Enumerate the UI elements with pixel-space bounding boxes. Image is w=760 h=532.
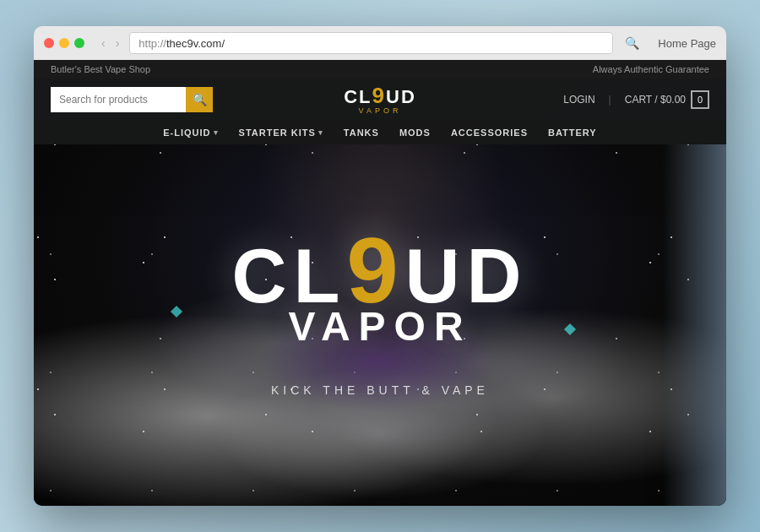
nav-item-battery[interactable]: BATTERY xyxy=(548,128,597,138)
homepage-link[interactable]: Home Page xyxy=(658,37,716,50)
window-controls xyxy=(44,38,84,48)
browser-nav: ‹ › xyxy=(98,35,122,52)
nav-item-tanks[interactable]: TANKS xyxy=(344,128,379,138)
browser-window: ‹ › http:// thec9v.com/ 🔍 Home Page Butl… xyxy=(34,26,726,506)
close-button[interactable] xyxy=(44,38,54,48)
logo-ud: UD xyxy=(386,86,416,107)
hero-content: CL9UD VAPOR KICK THE BUTT & VAPE xyxy=(231,228,528,397)
logo-sub: VAPOR xyxy=(344,106,416,115)
website-content: Butler's Best Vape Shop Always Authentic… xyxy=(34,60,726,506)
nav-label-battery: BATTERY xyxy=(548,128,597,138)
search-input[interactable] xyxy=(51,87,186,112)
announcement-bar: Butler's Best Vape Shop Always Authentic… xyxy=(34,60,726,79)
chevron-down-icon: ▾ xyxy=(214,128,219,137)
url-text: thec9v.com/ xyxy=(166,37,225,50)
logo-nine: 9 xyxy=(372,83,386,108)
navigation-bar: E-LIQUID ▾ STARTER KITS ▾ TANKS MODS ACC… xyxy=(34,121,726,144)
address-bar[interactable]: http:// thec9v.com/ xyxy=(129,32,613,54)
nav-label-tanks: TANKS xyxy=(344,128,379,138)
site-logo[interactable]: CL9UD VAPOR xyxy=(344,84,416,115)
hero-section: CL9UD VAPOR KICK THE BUTT & VAPE xyxy=(34,144,726,506)
browser-titlebar: ‹ › http:// thec9v.com/ 🔍 Home Page xyxy=(34,26,726,60)
nav-label-mods: MODS xyxy=(399,128,431,138)
cart-widget[interactable]: CART / $0.00 0 xyxy=(625,90,709,109)
logo-cl: CL xyxy=(344,86,372,107)
cart-label: CART / $0.00 xyxy=(625,94,686,106)
nav-item-starterkits[interactable]: STARTER KITS ▾ xyxy=(239,128,323,138)
site-header: 🔍 CL9UD VAPOR LOGIN | CART / $0.00 0 xyxy=(34,79,726,121)
search-bar: 🔍 xyxy=(51,87,213,112)
side-person-overlay xyxy=(663,144,726,506)
search-submit-button[interactable]: 🔍 xyxy=(186,87,213,112)
protocol-text: http:// xyxy=(138,37,166,50)
header-actions: LOGIN | CART / $0.00 0 xyxy=(563,90,709,109)
logo-text: CL9UD xyxy=(344,84,416,106)
back-button[interactable]: ‹ xyxy=(98,35,109,52)
topbar-right: Always Authentic Guarantee xyxy=(593,64,709,74)
minimize-button[interactable] xyxy=(59,38,69,48)
chevron-down-icon-2: ▾ xyxy=(318,128,323,137)
maximize-button[interactable] xyxy=(74,38,84,48)
topbar-left: Butler's Best Vape Shop xyxy=(51,64,150,74)
nav-label-accessories: ACCESSORIES xyxy=(451,128,528,138)
login-link[interactable]: LOGIN xyxy=(563,94,594,106)
cart-count-badge: 0 xyxy=(691,90,709,109)
hero-logo: CL9UD xyxy=(231,228,528,312)
nav-item-eliquid[interactable]: E-LIQUID ▾ xyxy=(163,128,218,138)
nav-label-eliquid: E-LIQUID xyxy=(163,128,210,138)
header-separator: | xyxy=(609,94,611,106)
hero-tagline: KICK THE BUTT & VAPE xyxy=(231,383,528,397)
nav-item-accessories[interactable]: ACCESSORIES xyxy=(451,128,528,138)
nav-label-starterkits: STARTER KITS xyxy=(239,128,316,138)
browser-search-button[interactable]: 🔍 xyxy=(620,35,644,52)
forward-button[interactable]: › xyxy=(112,35,123,52)
nav-item-mods[interactable]: MODS xyxy=(399,128,431,138)
